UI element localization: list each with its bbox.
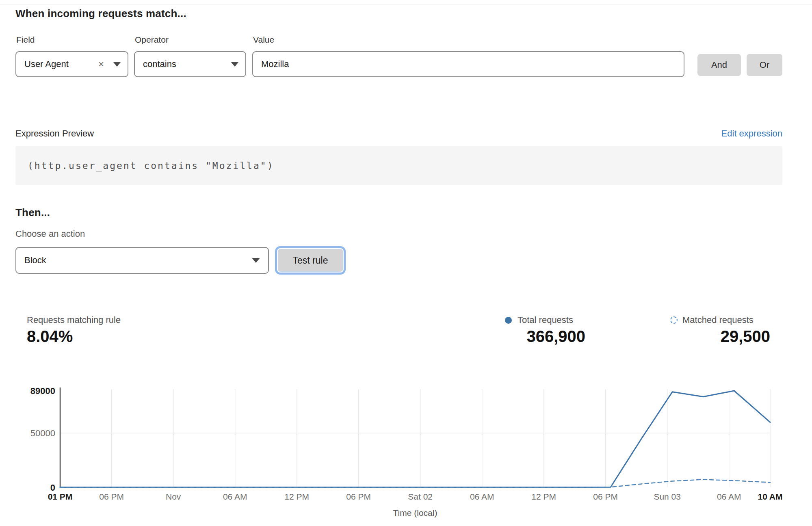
svg-text:Sat 02: Sat 02 bbox=[408, 492, 433, 501]
total-requests-label: Total requests bbox=[518, 315, 573, 325]
or-button[interactable]: Or bbox=[747, 54, 782, 76]
chevron-down-icon bbox=[252, 258, 260, 263]
dashed-circle-icon bbox=[670, 316, 678, 324]
svg-text:0: 0 bbox=[50, 483, 55, 493]
legend-total-requests: Total requests bbox=[505, 315, 573, 325]
svg-text:Sun 03: Sun 03 bbox=[654, 492, 681, 501]
svg-text:06 AM: 06 AM bbox=[223, 492, 247, 501]
operator-select-value: contains bbox=[143, 59, 231, 69]
svg-text:12 PM: 12 PM bbox=[531, 492, 556, 501]
value-input[interactable] bbox=[252, 51, 684, 77]
chevron-down-icon bbox=[231, 62, 239, 67]
test-rule-button[interactable]: Test rule bbox=[278, 249, 343, 272]
field-select[interactable]: User Agent × bbox=[15, 51, 128, 77]
operator-label: Operator bbox=[135, 35, 169, 45]
value-label: Value bbox=[253, 35, 274, 45]
and-button[interactable]: And bbox=[697, 54, 741, 76]
svg-text:06 PM: 06 PM bbox=[346, 492, 371, 501]
action-select-value: Block bbox=[24, 255, 252, 266]
svg-text:50000: 50000 bbox=[30, 428, 55, 438]
requests-matching-value: 8.04% bbox=[27, 327, 73, 346]
legend-matched-requests: Matched requests bbox=[670, 315, 754, 325]
match-section-title: When incoming requests match... bbox=[15, 7, 186, 20]
expression-code: (http.user_agent contains "Mozilla") bbox=[28, 160, 274, 171]
chevron-down-icon bbox=[113, 62, 121, 67]
operator-select[interactable]: contains bbox=[134, 51, 246, 77]
svg-text:01 PM: 01 PM bbox=[48, 492, 73, 501]
action-select[interactable]: Block bbox=[15, 247, 269, 274]
svg-text:06 PM: 06 PM bbox=[99, 492, 124, 501]
choose-action-label: Choose an action bbox=[15, 229, 85, 239]
field-select-value: User Agent bbox=[24, 59, 98, 69]
expression-preview-label: Expression Preview bbox=[15, 128, 94, 139]
total-requests-value: 366,900 bbox=[526, 327, 585, 346]
svg-text:12 PM: 12 PM bbox=[284, 492, 309, 501]
svg-text:10 AM: 10 AM bbox=[758, 492, 782, 501]
edit-expression-link[interactable]: Edit expression bbox=[721, 128, 782, 139]
svg-text:06 AM: 06 AM bbox=[717, 492, 741, 501]
svg-text:06 PM: 06 PM bbox=[593, 492, 618, 501]
matched-requests-value: 29,500 bbox=[721, 327, 770, 346]
then-section-title: Then... bbox=[15, 206, 50, 219]
matched-requests-label: Matched requests bbox=[682, 315, 754, 325]
field-label: Field bbox=[16, 35, 35, 45]
top-divider bbox=[0, 4, 812, 4]
requests-chart-svg: 0500008900001 PM06 PMNov06 AM12 PM06 PMS… bbox=[0, 378, 812, 526]
svg-text:06 AM: 06 AM bbox=[470, 492, 494, 501]
clear-icon[interactable]: × bbox=[98, 59, 104, 69]
svg-text:89000: 89000 bbox=[30, 386, 55, 396]
requests-matching-label: Requests matching rule bbox=[27, 315, 121, 325]
expression-preview-box: (http.user_agent contains "Mozilla") bbox=[15, 146, 782, 185]
svg-text:Nov: Nov bbox=[166, 492, 181, 501]
firewall-rule-builder-page: When incoming requests match... Field Op… bbox=[0, 0, 812, 526]
svg-text:Time (local): Time (local) bbox=[393, 508, 437, 517]
filled-circle-icon bbox=[505, 317, 512, 324]
